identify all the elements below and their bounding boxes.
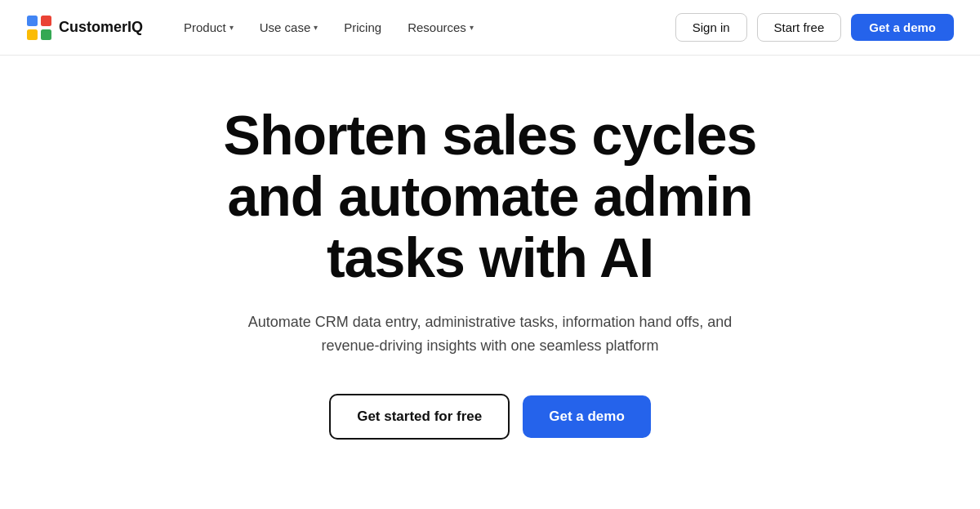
hero-title: Shorten sales cycles and automate admin …	[172, 105, 808, 288]
start-free-button[interactable]: Start free	[757, 13, 842, 42]
get-demo-nav-button[interactable]: Get a demo	[851, 14, 954, 41]
logo-text: CustomerIQ	[59, 19, 143, 36]
use-case-chevron-icon: ▾	[314, 23, 318, 32]
resources-chevron-icon: ▾	[470, 23, 474, 32]
svg-rect-0	[27, 16, 38, 26]
navbar: CustomerIQ Product ▾ Use case ▾ Pricing …	[0, 0, 980, 56]
hero-subtitle: Automate CRM data entry, administrative …	[237, 310, 743, 358]
hero-section: Shorten sales cycles and automate admin …	[0, 56, 980, 472]
logo[interactable]: CustomerIQ	[26, 15, 143, 41]
get-demo-hero-button[interactable]: Get a demo	[523, 395, 651, 438]
logo-icon	[26, 15, 52, 41]
navbar-left: CustomerIQ Product ▾ Use case ▾ Pricing …	[26, 14, 485, 41]
nav-link-pricing[interactable]: Pricing	[332, 14, 393, 41]
get-started-button[interactable]: Get started for free	[329, 394, 510, 440]
svg-rect-3	[41, 29, 51, 40]
product-chevron-icon: ▾	[229, 23, 234, 32]
nav-link-use-case[interactable]: Use case ▾	[248, 14, 330, 41]
svg-rect-1	[41, 16, 51, 26]
svg-rect-2	[27, 29, 38, 40]
nav-link-product[interactable]: Product ▾	[172, 14, 245, 41]
nav-links: Product ▾ Use case ▾ Pricing Resources ▾	[172, 14, 485, 41]
signin-button[interactable]: Sign in	[675, 13, 747, 42]
nav-link-resources[interactable]: Resources ▾	[396, 14, 485, 41]
hero-buttons: Get started for free Get a demo	[329, 394, 651, 440]
navbar-right: Sign in Start free Get a demo	[675, 13, 954, 42]
